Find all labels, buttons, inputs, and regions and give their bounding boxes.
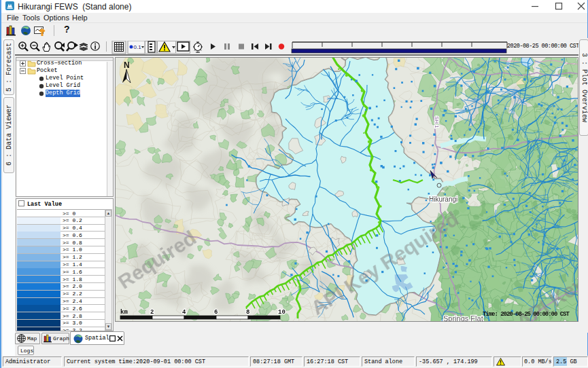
svg-text:N: N — [124, 60, 130, 70]
svg-text:km: km — [120, 309, 128, 316]
svg-text:4: 4 — [182, 309, 186, 316]
svg-text:Time: 2020-08-25 00:00:00 CST: Time: 2020-08-25 00:00:00 CST — [483, 311, 570, 318]
svg-text:SH 1: SH 1 — [434, 116, 440, 128]
svg-text:8: 8 — [246, 309, 249, 316]
svg-text:10: 10 — [278, 309, 286, 316]
svg-text:0.1: 0.1 — [134, 44, 142, 50]
svg-text:2: 2 — [150, 309, 154, 316]
svg-text:Springs Flat: Springs Flat — [443, 314, 483, 322]
svg-text:Hikurangi: Hikurangi — [429, 196, 457, 203]
svg-text:6: 6 — [214, 309, 218, 316]
